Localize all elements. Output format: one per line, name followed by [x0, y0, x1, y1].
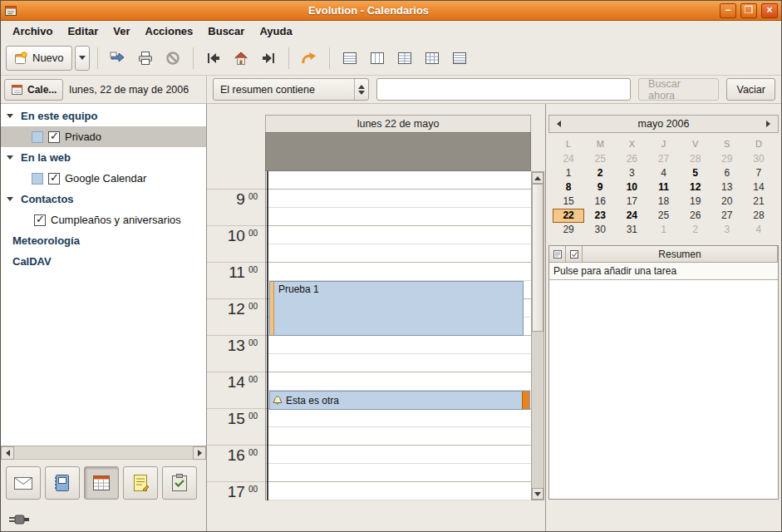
sidebar-item-cumpleanos[interactable]: Cumpleaños y aniversarios — [1, 209, 206, 230]
task-type-column-header[interactable] — [549, 246, 566, 263]
mini-calendar-day[interactable]: 26 — [616, 152, 647, 166]
event-prueba-1[interactable]: Prueba 1 — [269, 281, 524, 336]
today-button[interactable] — [229, 46, 253, 71]
mini-calendar-day[interactable]: 19 — [680, 195, 711, 209]
calendars-button[interactable] — [84, 466, 119, 500]
mini-calendar-day[interactable]: 24 — [616, 209, 647, 223]
mini-calendar-day[interactable]: 28 — [743, 209, 775, 223]
next-month-button[interactable] — [766, 121, 770, 127]
sidebar-group-meteorologia[interactable]: Meteorología — [1, 230, 206, 251]
mini-calendar-day[interactable]: 8 — [553, 180, 584, 195]
week-view-button[interactable] — [392, 46, 417, 71]
previous-month-button[interactable] — [557, 121, 561, 127]
month-view-button[interactable] — [420, 46, 445, 71]
online-status-icon[interactable] — [7, 512, 31, 527]
mini-calendar-day[interactable]: 30 — [743, 152, 775, 166]
mini-calendar-day[interactable]: 25 — [584, 152, 616, 166]
mini-calendar-selected-day[interactable]: 22 — [553, 209, 584, 223]
mini-calendar-day[interactable]: 24 — [553, 152, 584, 166]
memos-button[interactable] — [123, 466, 158, 500]
menu-acciones[interactable]: Acciones — [139, 22, 200, 40]
mini-calendar-day[interactable]: 25 — [647, 209, 679, 223]
day-grid[interactable]: Prueba 1 Esta es otra — [265, 171, 531, 500]
scroll-up-button[interactable] — [532, 172, 543, 184]
sidebar-group-caldav[interactable]: CalDAV — [1, 251, 206, 272]
mini-calendar-day[interactable]: 27 — [647, 152, 679, 166]
checkbox[interactable] — [48, 131, 60, 143]
summary-column-header[interactable]: Resumen — [583, 246, 778, 263]
mini-calendar-day[interactable]: 29 — [553, 223, 584, 237]
clear-button[interactable]: Vaciar — [726, 78, 775, 101]
mini-calendar-day[interactable]: 13 — [711, 180, 743, 195]
mini-calendar-day[interactable]: 10 — [616, 180, 647, 195]
sidebar-item-privado[interactable]: Privado — [1, 126, 206, 147]
menu-archivo[interactable]: Archivo — [6, 22, 59, 40]
sidebar-group-contactos[interactable]: Contactos — [1, 189, 206, 209]
mini-calendar-day[interactable]: 5 — [680, 166, 711, 180]
new-dropdown-button[interactable] — [75, 46, 90, 71]
cancel-button[interactable] — [160, 46, 185, 71]
menu-editar[interactable]: Editar — [61, 22, 105, 40]
mini-calendar-day[interactable]: 4 — [743, 223, 775, 237]
mini-calendar-day[interactable]: 16 — [584, 195, 616, 209]
calendar-pane-button[interactable]: Cale... — [4, 79, 63, 101]
scroll-left-button[interactable] — [1, 446, 14, 460]
expander-icon[interactable] — [7, 197, 13, 201]
search-filter-dropdown[interactable]: El resumen contiene — [213, 78, 369, 101]
minimize-button[interactable]: − — [720, 3, 736, 18]
mini-calendar-day[interactable]: 9 — [584, 180, 616, 195]
menu-ayuda[interactable]: Ayuda — [253, 22, 298, 40]
expander-icon[interactable] — [7, 114, 13, 118]
tasks-button[interactable] — [162, 466, 197, 500]
sidebar-group-en-la-web[interactable]: En la web — [1, 147, 206, 168]
contacts-button[interactable] — [45, 466, 80, 500]
mini-calendar-day[interactable]: 4 — [647, 166, 679, 180]
mini-calendar-day[interactable]: 17 — [616, 195, 647, 209]
mini-calendar-day[interactable]: 27 — [711, 209, 743, 223]
send-receive-button[interactable] — [106, 46, 130, 71]
day-view-scrollbar[interactable] — [531, 171, 544, 500]
mini-calendar-day[interactable]: 1 — [647, 223, 679, 237]
mini-calendar-day[interactable]: 29 — [711, 152, 743, 166]
menu-ver[interactable]: Ver — [106, 22, 136, 40]
all-day-row[interactable] — [265, 132, 531, 171]
task-complete-column-header[interactable] — [566, 246, 583, 263]
window-icon[interactable] — [4, 4, 17, 17]
mini-calendar-day[interactable]: 11 — [647, 180, 679, 195]
menu-buscar[interactable]: Buscar — [201, 22, 251, 40]
add-task-row[interactable]: Pulse para añadir una tarea — [549, 263, 778, 280]
mini-calendar-day[interactable]: 15 — [553, 195, 584, 209]
work-week-view-button[interactable] — [365, 46, 390, 71]
event-esta-es-otra[interactable]: Esta es otra — [269, 391, 530, 410]
expander-icon[interactable] — [7, 155, 13, 160]
mini-calendar-day[interactable]: 12 — [680, 180, 711, 195]
mail-button[interactable] — [6, 466, 41, 500]
mini-calendar-day[interactable]: 1 — [553, 166, 584, 180]
mini-calendar-day[interactable]: 7 — [743, 166, 775, 180]
titlebar[interactable]: Evolution - Calendarios − ❐ × — [1, 1, 781, 21]
search-input[interactable] — [376, 78, 631, 101]
mini-calendar-day[interactable]: 21 — [743, 195, 775, 209]
scroll-down-button[interactable] — [532, 488, 543, 500]
search-now-button[interactable]: Buscar ahora — [638, 78, 719, 101]
mini-calendar-day[interactable]: 28 — [680, 152, 711, 166]
mini-calendar-day[interactable]: 3 — [711, 223, 743, 237]
new-button[interactable]: Nuevo — [6, 46, 72, 71]
mini-calendar-day[interactable]: 31 — [616, 223, 647, 237]
checkbox[interactable] — [34, 214, 46, 226]
previous-button[interactable] — [201, 46, 226, 71]
mini-calendar-day[interactable]: 14 — [743, 180, 775, 195]
list-view-button[interactable] — [447, 46, 472, 71]
sidebar-horizontal-scrollbar[interactable] — [1, 446, 206, 460]
mini-calendar-day[interactable]: 18 — [647, 195, 679, 209]
sidebar-group-en-este-equipo[interactable]: En este equipo — [1, 106, 206, 126]
mini-calendar-day[interactable]: 3 — [616, 166, 647, 180]
day-view-button[interactable] — [337, 46, 362, 71]
mini-calendar-day[interactable]: 2 — [584, 166, 616, 180]
checkbox[interactable] — [48, 173, 60, 185]
next-button[interactable] — [256, 46, 281, 71]
sidebar-item-google-calendar[interactable]: Google Calendar — [1, 168, 206, 189]
mini-calendar-day[interactable]: 2 — [680, 223, 711, 237]
mini-calendar-day[interactable]: 23 — [584, 209, 616, 223]
mini-calendar-day[interactable]: 6 — [711, 166, 743, 180]
